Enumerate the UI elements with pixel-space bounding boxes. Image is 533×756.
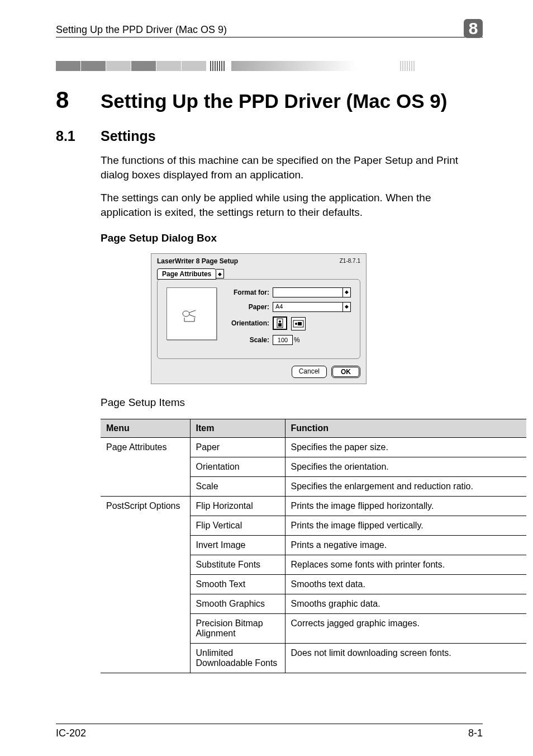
paper-label: Paper:: [227, 303, 269, 311]
scale-label: Scale:: [227, 336, 269, 344]
footer-right: 8-1: [468, 727, 483, 739]
table-row: Smooth Graphics Smooths graphic data.: [101, 594, 526, 613]
chevron-down-icon: ◆: [342, 288, 350, 297]
table-row: Flip Vertical Prints the image flipped v…: [101, 516, 526, 535]
paragraph-1: The functions of this machine can be spe…: [101, 153, 483, 182]
orientation-label: Orientation:: [227, 319, 269, 327]
page-setup-items-table: Menu Item Function Page Attributes Paper…: [101, 419, 526, 673]
chevron-down-icon: ◆: [342, 303, 350, 311]
section-number: 8.1: [56, 128, 101, 144]
scale-unit: %: [294, 336, 300, 344]
table-row: Smooth Text Smooths text data.: [101, 574, 526, 594]
chapter-title: Setting Up the PPD Driver (Mac OS 9): [101, 90, 447, 112]
chapter-number: 8: [56, 87, 101, 114]
orientation-landscape-button[interactable]: [291, 317, 306, 330]
table-row: Substitute Fonts Replaces some fonts wit…: [101, 555, 526, 574]
paper-value: A4: [275, 303, 283, 310]
paragraph-2: The settings can only be applied while u…: [101, 191, 483, 219]
subhead-page-setup: Page Setup Dialog Box: [101, 232, 483, 244]
ok-button[interactable]: OK: [331, 366, 360, 378]
svg-rect-6: [298, 322, 302, 325]
format-for-select[interactable]: ◆: [273, 287, 351, 297]
dialog-title: LaserWriter 8 Page Setup: [157, 257, 238, 265]
running-header: Setting Up the PPD Driver (Mac OS 9) 8: [56, 17, 483, 37]
table-row: PostScript Options Flip Horizontal Print…: [101, 496, 526, 516]
table-row: Scale Specifies the enlargement and redu…: [101, 476, 526, 496]
cancel-button[interactable]: Cancel: [292, 366, 327, 378]
svg-point-2: [279, 320, 281, 323]
chapter-badge: 8: [464, 19, 483, 38]
decorative-bar: [56, 61, 483, 71]
svg-point-0: [183, 311, 189, 316]
running-head-text: Setting Up the PPD Driver (Mac OS 9): [56, 24, 227, 36]
svg-point-5: [295, 323, 297, 325]
format-for-label: Format for:: [227, 289, 269, 296]
svg-rect-3: [278, 323, 282, 327]
orientation-portrait-button[interactable]: [273, 316, 287, 330]
col-menu: Menu: [101, 419, 190, 437]
table-row: Orientation Specifies the orientation.: [101, 457, 526, 476]
paper-select[interactable]: A4 ◆: [273, 302, 351, 312]
scale-input[interactable]: [273, 335, 293, 345]
table-row: Page Attributes Paper Specifies the pape…: [101, 437, 526, 457]
page-footer: IC-202 8-1: [56, 724, 483, 739]
footer-left: IC-202: [56, 727, 86, 739]
col-function: Function: [285, 419, 526, 437]
section-title: Settings: [101, 128, 156, 144]
table-caption: Page Setup Items: [101, 396, 483, 409]
page-preview-icon: [166, 287, 217, 340]
section-heading: 8.1 Settings: [56, 128, 483, 144]
page-setup-dialog: LaserWriter 8 Page Setup Z1-8.7.1 Page A…: [151, 253, 367, 384]
dialog-version: Z1-8.7.1: [340, 258, 360, 264]
table-row: Unlimited Downloadable Fonts Does not li…: [101, 643, 526, 673]
tab-dropdown-caret[interactable]: ◆: [216, 269, 224, 278]
table-row: Invert Image Prints a negative image.: [101, 535, 526, 555]
col-item: Item: [190, 419, 285, 437]
table-row: Precision Bitmap Alignment Corrects jagg…: [101, 613, 526, 643]
chapter-heading: 8 Setting Up the PPD Driver (Mac OS 9): [56, 87, 483, 114]
tab-page-attributes[interactable]: Page Attributes: [157, 268, 216, 280]
